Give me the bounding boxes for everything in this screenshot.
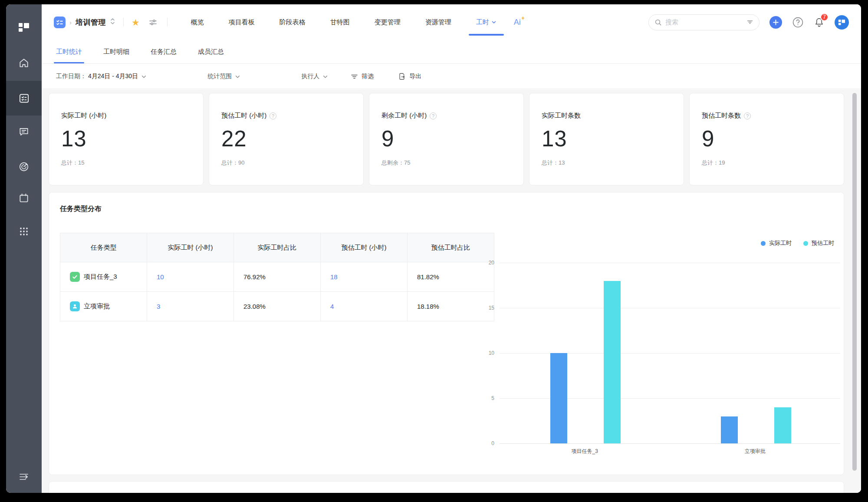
estimate-pct: 81.82%	[417, 273, 439, 281]
target-icon	[18, 161, 30, 172]
nav-item-kanban[interactable]: 项目看板	[229, 18, 255, 26]
sidebar-item-okr[interactable]	[6, 155, 42, 179]
stat-value: 9	[381, 126, 511, 152]
filter-lines-icon	[351, 73, 358, 80]
actual-hours-link[interactable]: 10	[157, 273, 164, 281]
table-row-1: 立项审批323.08%418.18%	[60, 292, 494, 321]
chevron-down-icon	[322, 74, 328, 79]
stat-title: 实际工时 (小时)	[61, 112, 191, 120]
filter-bar: 工作日期： 4月24日 - 4月30日 统计范围 执行人 筛选	[42, 64, 861, 89]
nav-item-ai[interactable]: Ai+	[514, 18, 521, 27]
work-date-filter[interactable]: 工作日期： 4月24日 - 4月30日	[56, 73, 147, 80]
table-col-header-1: 实际工时 (小时)	[147, 233, 234, 262]
estimate-hours-link[interactable]: 18	[330, 273, 338, 281]
help-icon[interactable]: ?	[744, 112, 751, 119]
section-title: 任务类型分布	[60, 205, 102, 214]
stat-note: 总计：90	[221, 159, 351, 167]
task-type-name: 项目任务_3	[84, 273, 117, 281]
legend-item-estimate[interactable]: 预估工时	[803, 239, 834, 247]
notifications-button[interactable]: 7	[814, 17, 825, 28]
app-logo[interactable]	[6, 15, 42, 40]
nav-item-worktime[interactable]: 工时	[476, 18, 496, 26]
nav-item-change-mgmt[interactable]: 变更管理	[375, 18, 401, 26]
bar-立项审批-实际工时[interactable]	[721, 416, 738, 443]
tab-member-summary[interactable]: 成员汇总	[198, 48, 224, 56]
project-switcher-icon[interactable]	[110, 17, 115, 27]
apps-grid-icon	[19, 226, 29, 237]
x-axis-label: 项目任务_3	[572, 448, 598, 455]
export-button[interactable]: 导出	[398, 73, 421, 80]
estimate-hours-link[interactable]: 4	[330, 303, 334, 310]
stat-card-3: 实际工时条数13总计：13	[529, 93, 684, 185]
plus-icon	[773, 19, 779, 26]
nav-item-resource-mgmt[interactable]: 资源管理	[425, 18, 451, 26]
chart-plot: 05101520项目任务_3立项审批	[500, 263, 840, 443]
bar-chart: 实际工时 预估工时 05101520项目任务_3立项审批	[489, 192, 839, 475]
tab-worktime-detail[interactable]: 工时明细	[103, 48, 129, 56]
filter-label: 筛选	[362, 73, 374, 80]
y-tick-label: 15	[489, 305, 494, 311]
sidebar-item-projects[interactable]	[6, 81, 42, 116]
table-row-0: 项目任务_31076.92%1881.82%	[60, 262, 494, 292]
project-checklist-icon[interactable]	[54, 17, 66, 28]
sidebar-item-apps[interactable]	[6, 219, 42, 244]
task-type-name: 立项审批	[84, 302, 110, 310]
scope-filter[interactable]: 统计范围	[207, 73, 240, 80]
bar-项目任务_3-实际工时[interactable]	[550, 353, 567, 443]
stat-title: 预估工时 (小时)?	[221, 112, 351, 120]
nav-menu: 概览 项目看板 阶段表格 甘特图 变更管理 资源管理 工时	[191, 18, 496, 26]
gridline-20	[500, 263, 840, 263]
sidebar-collapse-button[interactable]	[6, 465, 42, 489]
stat-title: 剩余工时 (小时)?	[381, 112, 511, 120]
search-input[interactable]: 搜索	[648, 14, 760, 30]
legend-dot-cyan	[803, 241, 808, 246]
filter-button[interactable]: 筛选	[351, 73, 374, 80]
stat-note: 总计：19	[702, 159, 832, 167]
breadcrumb-chevron-icon: ›	[69, 19, 72, 26]
stat-note: 总计：15	[61, 159, 191, 167]
question-icon	[792, 17, 804, 28]
project-title[interactable]: 培训管理	[76, 17, 106, 27]
create-button[interactable]	[769, 16, 782, 29]
sidebar-item-messages[interactable]	[6, 119, 42, 144]
executor-filter[interactable]: 执行人	[301, 73, 328, 80]
nav-item-overview[interactable]: 概览	[191, 18, 204, 26]
help-icon[interactable]: ?	[430, 112, 437, 119]
app-window: › 培训管理 ★ 概览 项目看板 阶段表格 甘特图 变更管理	[6, 4, 861, 493]
sub-tabs: 工时统计 工时明细 任务汇总 成员汇总	[42, 40, 861, 64]
legend-item-actual[interactable]: 实际工时	[761, 239, 792, 247]
avatar[interactable]	[835, 15, 849, 30]
help-icon[interactable]: ?	[270, 112, 276, 119]
vertical-scrollbar[interactable]	[852, 93, 857, 471]
task-check-icon	[70, 272, 80, 282]
stat-card-2: 剩余工时 (小时)?9总剩余：75	[369, 93, 524, 185]
y-tick-label: 10	[489, 350, 494, 356]
search-filter-icon[interactable]	[746, 19, 753, 26]
table-col-header-3: 预估工时 (小时)	[321, 233, 408, 262]
stat-title: 实际工时条数	[542, 112, 671, 120]
table-body: 项目任务_31076.92%1881.82%立项审批323.08%418.18%	[60, 262, 494, 321]
tab-task-summary[interactable]: 任务汇总	[151, 48, 177, 56]
avatar-grid-icon	[838, 18, 846, 26]
bar-立项审批-预估工时[interactable]	[774, 407, 791, 443]
stat-note: 总计：13	[542, 159, 671, 167]
bar-项目任务_3-预估工时[interactable]	[604, 281, 621, 443]
sidebar-item-home[interactable]	[6, 51, 42, 75]
stat-value: 13	[542, 126, 671, 152]
executor-label: 执行人	[301, 73, 319, 80]
scope-label: 统计范围	[207, 73, 232, 80]
favorite-star-icon[interactable]: ★	[132, 18, 140, 27]
tab-worktime-stats[interactable]: 工时统计	[56, 48, 82, 56]
nav-item-gantt[interactable]: 甘特图	[330, 18, 350, 26]
sidebar-item-calendar[interactable]	[6, 186, 42, 210]
actual-pct: 76.92%	[243, 273, 266, 281]
chat-bubble-icon	[18, 126, 30, 137]
home-icon	[18, 57, 30, 69]
actual-pct: 23.08%	[243, 303, 266, 310]
nav-item-stage-table[interactable]: 阶段表格	[279, 18, 306, 26]
stat-value: 9	[702, 126, 832, 152]
help-button[interactable]	[792, 17, 804, 28]
actual-hours-link[interactable]: 3	[157, 303, 160, 310]
table-col-header-4: 预估工时占比	[408, 233, 494, 262]
sliders-icon[interactable]	[148, 18, 158, 27]
